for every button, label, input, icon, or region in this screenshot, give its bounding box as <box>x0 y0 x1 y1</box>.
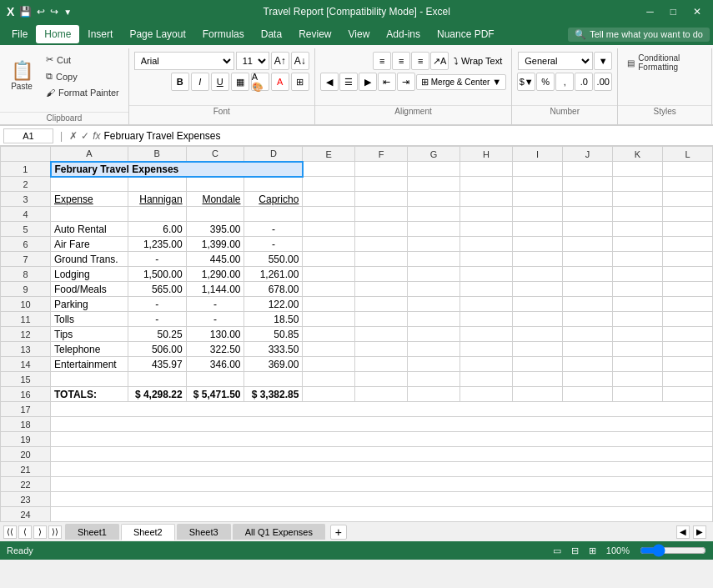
cell-k10[interactable] <box>612 297 662 312</box>
cell-k14[interactable] <box>612 357 662 372</box>
cell-h3[interactable] <box>460 192 513 207</box>
border-btn[interactable]: ▦ <box>231 73 249 91</box>
cell-c12[interactable]: 130.00 <box>186 327 244 342</box>
cell-l1[interactable] <box>662 162 712 177</box>
cell-f6[interactable] <box>355 237 408 252</box>
paste-button[interactable]: 📋 Paste <box>5 52 38 100</box>
cell-b8[interactable]: 1,500.00 <box>128 267 186 282</box>
cell-e5[interactable] <box>303 222 355 237</box>
cell-l7[interactable] <box>662 252 712 267</box>
menu-insert[interactable]: Insert <box>79 25 121 43</box>
cell-j12[interactable] <box>562 327 612 342</box>
align-left-btn[interactable]: ◀ <box>320 73 339 91</box>
number-format-dropdown[interactable]: General <box>518 52 593 70</box>
cell-e11[interactable] <box>303 312 355 327</box>
zoom-slider[interactable] <box>640 544 706 557</box>
increase-decimal-btn[interactable]: .00 <box>594 73 612 91</box>
cell-g10[interactable] <box>408 297 460 312</box>
conditional-formatting-btn[interactable]: ▤ Conditional Formatting <box>623 52 706 73</box>
cell-i15[interactable] <box>512 372 562 387</box>
cell-i8[interactable] <box>512 267 562 282</box>
cell-i6[interactable] <box>512 237 562 252</box>
cell-c8[interactable]: 1,290.00 <box>186 267 244 282</box>
increase-indent-btn[interactable]: ⇥ <box>397 73 415 91</box>
cell-g4[interactable] <box>408 207 460 222</box>
cell-d15[interactable] <box>244 372 303 387</box>
cell-d16[interactable]: $ 3,382.85 <box>244 387 303 402</box>
cell-d5[interactable]: - <box>244 222 303 237</box>
cell-c11[interactable]: - <box>186 312 244 327</box>
cell-b13[interactable]: 506.00 <box>128 342 186 357</box>
cell-c14[interactable]: 346.00 <box>186 357 244 372</box>
cell-d14[interactable]: 369.00 <box>244 357 303 372</box>
cell-a16[interactable]: TOTALS: <box>51 387 128 402</box>
cell-b16[interactable]: $ 4,298.22 <box>128 387 186 402</box>
cell-b4[interactable] <box>128 207 186 222</box>
add-sheet-button[interactable]: + <box>330 525 347 540</box>
cell-c13[interactable]: 322.50 <box>186 342 244 357</box>
cell-e2[interactable] <box>303 177 355 192</box>
cell-j15[interactable] <box>562 372 612 387</box>
cell-b2[interactable] <box>128 177 186 192</box>
col-header-d[interactable]: D <box>244 147 303 162</box>
cell-g7[interactable] <box>408 252 460 267</box>
cell-d4[interactable] <box>244 207 303 222</box>
cell-j7[interactable] <box>562 252 612 267</box>
cell-g13[interactable] <box>408 342 460 357</box>
cell-f9[interactable] <box>355 282 408 297</box>
cell-f13[interactable] <box>355 342 408 357</box>
cell-j13[interactable] <box>562 342 612 357</box>
cell-k15[interactable] <box>612 372 662 387</box>
cell-i1[interactable] <box>512 162 562 177</box>
cell-e12[interactable] <box>303 327 355 342</box>
sheet-prev-btn[interactable]: ⟨ <box>18 525 32 539</box>
cell-d7[interactable]: 550.00 <box>244 252 303 267</box>
sheet-area[interactable]: A B C D E F G H I J K L 1 Feb <box>0 146 713 521</box>
cell-j3[interactable] <box>562 192 612 207</box>
cell-l2[interactable] <box>662 177 712 192</box>
align-center-btn[interactable]: ☰ <box>339 73 358 91</box>
col-header-b[interactable]: B <box>128 147 186 162</box>
merge-dropdown-icon[interactable]: ▼ <box>492 77 501 87</box>
cell-d10[interactable]: 122.00 <box>244 297 303 312</box>
tab-all-q1[interactable]: All Q1 Expenses <box>233 524 325 540</box>
cell-e16[interactable] <box>303 387 355 402</box>
cell-h10[interactable] <box>460 297 513 312</box>
tell-me-search[interactable]: 🔍 Tell me what you want to do <box>568 28 710 42</box>
close-btn[interactable]: ✕ <box>688 6 706 18</box>
percent-btn[interactable]: % <box>536 73 555 91</box>
cell-c16[interactable]: $ 5,471.50 <box>186 387 244 402</box>
cell-d2[interactable] <box>244 177 303 192</box>
cell-g12[interactable] <box>408 327 460 342</box>
cell-a10[interactable]: Parking <box>51 297 128 312</box>
cell-e15[interactable] <box>303 372 355 387</box>
cell-f8[interactable] <box>355 267 408 282</box>
cell-i16[interactable] <box>512 387 562 402</box>
cell-e1[interactable] <box>303 162 355 177</box>
cell-k9[interactable] <box>612 282 662 297</box>
cell-h16[interactable] <box>460 387 513 402</box>
cell-a6[interactable]: Air Fare <box>51 237 128 252</box>
cell-c3[interactable]: Mondale <box>186 192 244 207</box>
menu-home[interactable]: Home <box>36 25 79 43</box>
tab-sheet3[interactable]: Sheet3 <box>177 524 231 540</box>
sheet-next-btn[interactable]: ⟩ <box>33 525 47 539</box>
cell-a4[interactable] <box>51 207 128 222</box>
wrap-text-button[interactable]: ⤵ Wrap Text <box>449 54 506 68</box>
cell-a12[interactable]: Tips <box>51 327 128 342</box>
cell-d12[interactable]: 50.85 <box>244 327 303 342</box>
cell-i11[interactable] <box>512 312 562 327</box>
normal-view-btn[interactable]: ▭ <box>553 545 561 556</box>
cell-l11[interactable] <box>662 312 712 327</box>
cell-l3[interactable] <box>662 192 712 207</box>
cell-i14[interactable] <box>512 357 562 372</box>
cell-h13[interactable] <box>460 342 513 357</box>
cell-g2[interactable] <box>408 177 460 192</box>
cell-f16[interactable] <box>355 387 408 402</box>
cell-j11[interactable] <box>562 312 612 327</box>
cell-b14[interactable]: 435.97 <box>128 357 186 372</box>
cell-i5[interactable] <box>512 222 562 237</box>
cell-f11[interactable] <box>355 312 408 327</box>
rotate-text-btn[interactable]: ↗A <box>430 52 449 70</box>
cell-c6[interactable]: 1,399.00 <box>186 237 244 252</box>
